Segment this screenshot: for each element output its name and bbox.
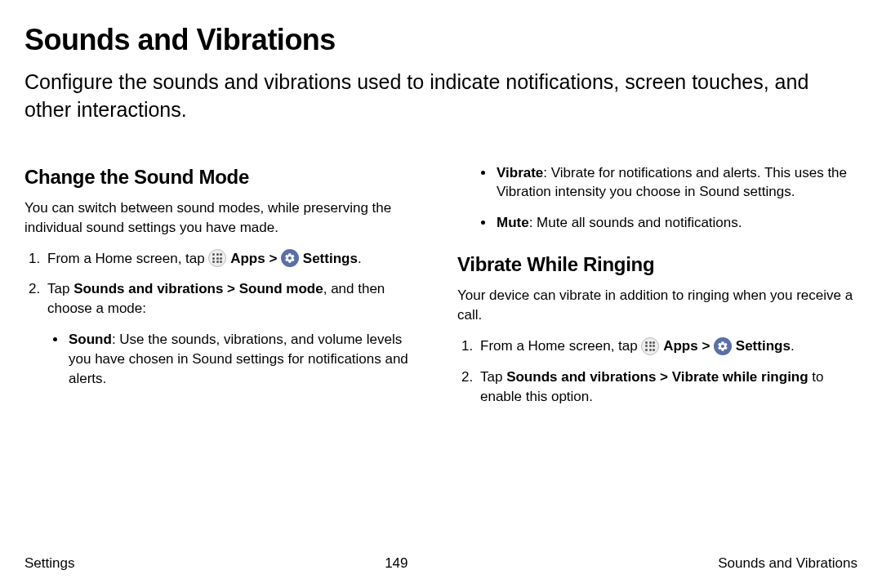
step-bold: Sounds and vibrations > Sound mode [74, 281, 323, 296]
list-item: Vibrate: Vibrate for notifications and a… [495, 163, 858, 203]
separator: > [698, 338, 714, 354]
section-heading-vibrate-ringing: Vibrate While Ringing [457, 251, 858, 278]
content-columns: Change the Sound Mode You can switch bet… [24, 163, 858, 418]
section-desc: You can switch between sound modes, whil… [24, 198, 425, 238]
footer-page-number: 149 [385, 555, 408, 572]
settings-label: Settings [303, 251, 358, 266]
separator: > [265, 251, 281, 266]
settings-label: Settings [736, 338, 791, 354]
left-column: Change the Sound Mode You can switch bet… [24, 163, 425, 418]
right-column: Vibrate: Vibrate for notifications and a… [457, 163, 858, 418]
step-bold: Sounds and vibrations > Vibrate while ri… [506, 369, 808, 385]
step-item: From a Home screen, tap Apps > Settings. [44, 249, 425, 269]
step-item: Tap Sounds and vibrations > Sound mode, … [44, 279, 425, 388]
step-text: From a Home screen, tap [480, 338, 641, 354]
footer-left: Settings [24, 555, 74, 572]
mode-label: Vibrate [497, 165, 543, 180]
page-intro: Configure the sounds and vibrations used… [24, 69, 858, 124]
footer-right: Sounds and Vibrations [718, 555, 858, 572]
apps-label: Apps [663, 338, 698, 354]
mode-label: Mute [497, 215, 529, 230]
page-title: Sounds and Vibrations [24, 23, 858, 57]
mode-label: Sound [69, 332, 112, 347]
apps-label: Apps [230, 251, 265, 266]
step-text: Tap [47, 281, 74, 296]
apps-icon [208, 249, 226, 267]
settings-icon [714, 337, 732, 355]
list-item: Sound: Use the sounds, vibrations, and v… [67, 330, 425, 388]
step-item: Tap Sounds and vibrations > Vibrate whil… [477, 368, 858, 407]
period: . [791, 338, 795, 354]
step-text: From a Home screen, tap [47, 251, 208, 266]
mode-text: : Use the sounds, vibrations, and volume… [69, 332, 408, 386]
steps-list: From a Home screen, tap Apps > Settings.… [457, 336, 858, 406]
apps-icon [641, 337, 659, 355]
step-text: Tap [480, 369, 506, 385]
steps-list: From a Home screen, tap Apps > Settings.… [24, 249, 425, 389]
step-item: From a Home screen, tap Apps > Settings. [477, 336, 858, 356]
mode-text: : Vibrate for notifications and alerts. … [497, 165, 847, 200]
period: . [358, 251, 362, 266]
settings-icon [281, 249, 299, 267]
mode-list-continued: Vibrate: Vibrate for notifications and a… [457, 163, 858, 233]
section-heading-sound-mode: Change the Sound Mode [24, 163, 425, 191]
page-footer: Settings 149 Sounds and Vibrations [24, 555, 858, 572]
section-desc: Your device can vibrate in addition to r… [457, 286, 858, 325]
list-item: Mute: Mute all sounds and notifications. [495, 213, 858, 233]
mode-list: Sound: Use the sounds, vibrations, and v… [47, 330, 425, 388]
mode-text: : Mute all sounds and notifications. [529, 215, 742, 230]
